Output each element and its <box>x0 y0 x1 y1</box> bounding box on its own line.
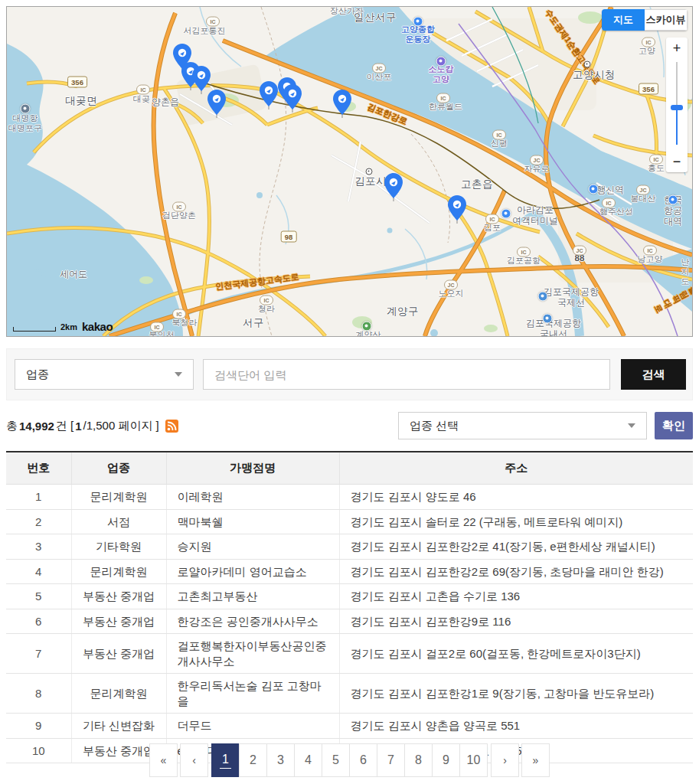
table-cell: 경기도 김포시 양촌읍 양곡로 551 <box>339 714 693 739</box>
table-cell: 경기도 김포시 솔터로 22 (구래동, 메트로타워 예미지) <box>339 509 693 534</box>
zoom-out-button[interactable]: − <box>666 152 688 171</box>
next-page-button[interactable]: › <box>491 743 519 777</box>
table-row: 3기타학원승지원경기도 김포시 김포한강2로 41(장기동, e편한세상 캐널시… <box>6 534 693 560</box>
zoom-slider-handle[interactable] <box>671 105 683 110</box>
column-header: 가맹점명 <box>166 452 339 485</box>
page-button-3[interactable]: 3 <box>266 743 295 777</box>
table-cell: 고촌최고부동산 <box>166 584 339 609</box>
table-cell: 3 <box>6 534 71 560</box>
table-cell: 부동산 중개업 <box>71 634 166 674</box>
count-unit: 건 [ <box>56 419 73 433</box>
table-cell: 기타학원 <box>71 534 166 560</box>
count-prefix: 총 <box>6 419 18 433</box>
table-cell: 로얄아카데미 영어교습소 <box>166 559 339 584</box>
map-pin[interactable] <box>384 172 403 203</box>
page-button-2[interactable]: 2 <box>239 743 267 777</box>
table-cell: 문리계학원 <box>71 559 166 584</box>
table-body: 1문리계학원이레학원경기도 김포시 양도로 462서점맥마북쉘경기도 김포시 솔… <box>6 485 693 763</box>
table-cell: 9 <box>6 714 71 739</box>
table-cell: 경기도 김포시 김포한강2로 69(장기동, 초당마을 래미안 한강) <box>339 559 693 584</box>
category-filter-value: 업종 선택 <box>410 419 459 433</box>
table-cell: 경기도 김포시 걸포2로 60(걸포동, 한강메트로자이3단지) <box>339 634 693 674</box>
table-cell: 맥마북쉘 <box>166 509 339 534</box>
table-cell: 경기도 김포시 양도로 46 <box>339 485 693 510</box>
table-cell: 6 <box>6 609 71 634</box>
chevron-down-icon <box>628 423 635 428</box>
map-pin[interactable] <box>447 194 467 225</box>
table-cell: 4 <box>6 559 71 584</box>
table-cell: 부동산 중개업 <box>71 609 166 634</box>
count-value: 14,992 <box>19 420 54 433</box>
zoom-control: + − <box>666 38 688 172</box>
table-cell: 경기도 김포시 김포한강1로 9(장기동, 고창마을 반도유보라) <box>339 674 693 714</box>
table-cell: 문리계학원 <box>71 674 166 714</box>
table-cell: 7 <box>6 634 71 674</box>
table-row: 7부동산 중개업걸포행복한자이부동산공인중개사사무소경기도 김포시 걸포2로 6… <box>6 634 693 674</box>
skyview-button[interactable]: 스카이뷰 <box>645 9 688 31</box>
table-cell: 경기도 김포시 김포한강9로 116 <box>339 609 693 634</box>
table-row: 2서점맥마북쉘경기도 김포시 솔터로 22 (구래동, 메트로타워 예미지) <box>6 509 693 534</box>
table-cell: 8 <box>6 674 71 714</box>
pagination: « ‹ 12345678910 › » <box>0 743 699 777</box>
table-cell: 2 <box>6 509 71 534</box>
column-header: 번호 <box>6 452 71 485</box>
page-button-7[interactable]: 7 <box>377 743 405 777</box>
scale-label: 2km <box>60 323 77 332</box>
results-table: 번호업종가맹점명주소 1문리계학원이레학원경기도 김포시 양도로 462서점맥마… <box>6 451 693 763</box>
chevron-down-icon <box>175 372 182 377</box>
table-cell: 한강조은 공인중개사사무소 <box>166 609 339 634</box>
map-scalebar: 2km kakao <box>13 322 113 332</box>
last-page-button[interactable]: » <box>521 743 550 777</box>
zoom-fill <box>676 108 678 145</box>
table-cell: 서점 <box>71 509 166 534</box>
category-select-value: 업종 <box>26 368 49 382</box>
search-button[interactable]: 검색 <box>621 359 686 390</box>
table-cell: 걸포행복한자이부동산공인중개사사무소 <box>166 634 339 674</box>
table-cell: 경기도 김포시 고촌읍 수기로 136 <box>339 584 693 609</box>
page-total: /1,500 페이지 ] <box>83 419 159 433</box>
column-header: 주소 <box>339 452 693 485</box>
column-header: 업종 <box>71 452 166 485</box>
map-pin[interactable] <box>207 89 227 119</box>
table-row: 4문리계학원로얄아카데미 영어교습소경기도 김포시 김포한강2로 69(장기동,… <box>6 559 693 584</box>
zoom-in-button[interactable]: + <box>666 39 688 57</box>
rss-icon[interactable] <box>165 420 178 433</box>
table-cell: 경기도 김포시 김포한강2로 41(장기동, e편한세상 캐널시티) <box>339 534 693 560</box>
table-row: 6부동산 중개업한강조은 공인중개사사무소경기도 김포시 김포한강9로 116 <box>6 609 693 634</box>
table-row: 8문리계학원한우리독서논술 김포 고창마을경기도 김포시 김포한강1로 9(장기… <box>6 674 693 714</box>
map-view-toggle: 지도 스카이뷰 <box>602 9 688 31</box>
table-cell: 기타 신변잡화 <box>71 714 166 739</box>
table-row: 1문리계학원이레학원경기도 김포시 양도로 46 <box>6 485 693 510</box>
page-current: 1 <box>75 420 81 433</box>
search-bar: 업종 검색 <box>6 348 693 400</box>
table-cell: 승지원 <box>166 534 339 560</box>
search-input[interactable] <box>203 359 610 390</box>
page-button-9[interactable]: 9 <box>432 743 460 777</box>
page-button-1[interactable]: 1 <box>211 743 240 777</box>
map-pin[interactable] <box>259 80 279 111</box>
map-view-button[interactable]: 지도 <box>602 9 645 31</box>
prev-page-button[interactable]: ‹ <box>180 743 208 777</box>
page-numbers: 12345678910 <box>211 743 488 777</box>
first-page-button[interactable]: « <box>149 743 178 777</box>
table-cell: 한우리독서논술 김포 고창마을 <box>166 674 339 714</box>
page-button-4[interactable]: 4 <box>294 743 322 777</box>
confirm-button[interactable]: 확인 <box>655 412 693 439</box>
map[interactable]: 장산가좌일산서구고양종합 운동장소노캄 고양이산포김포한강로한류월드신평자유로수… <box>6 6 693 337</box>
result-count: 총 14,992 건 [ 1 /1,500 페이지 ] <box>6 419 178 433</box>
kakao-logo: kakao <box>82 322 113 332</box>
map-pin[interactable] <box>283 83 302 114</box>
table-cell: 1 <box>6 485 71 510</box>
page-button-6[interactable]: 6 <box>349 743 377 777</box>
page-button-8[interactable]: 8 <box>404 743 433 777</box>
category-select[interactable]: 업종 <box>15 359 194 390</box>
category-filter-select[interactable]: 업종 선택 <box>398 412 647 439</box>
scale-line <box>13 327 56 332</box>
table-cell: 문리계학원 <box>71 485 166 510</box>
table-header: 번호업종가맹점명주소 <box>6 452 693 485</box>
map-pin[interactable] <box>332 89 352 119</box>
page-button-10[interactable]: 10 <box>459 743 488 777</box>
page-button-5[interactable]: 5 <box>322 743 350 777</box>
table-cell: 더무드 <box>166 714 339 739</box>
table-cell: 5 <box>6 584 71 609</box>
